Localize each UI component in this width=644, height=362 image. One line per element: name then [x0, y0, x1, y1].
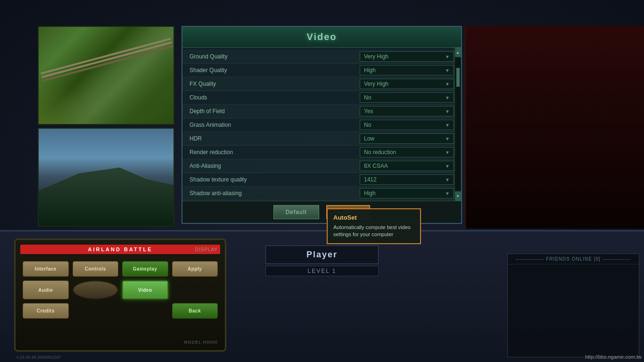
setting-dropdown[interactable]: Low▼: [360, 133, 454, 144]
video-settings-panel: Video Ground QualityVery High▼Shader Qua…: [182, 26, 462, 224]
dropdown-value: Very High: [364, 53, 388, 60]
dropdown-value: Yes: [364, 108, 373, 115]
gameplay-button[interactable]: Gameplay: [122, 261, 168, 277]
scrollbar-up-button[interactable]: ▲: [455, 48, 461, 57]
setting-label: HDR: [190, 135, 360, 142]
display-label: DISPLAY: [195, 247, 218, 252]
console-panel: AIRLAND BATTLE DISPLAY Interface Control…: [14, 239, 226, 352]
setting-row: Ground QualityVery High▼: [182, 50, 461, 64]
setting-row: Grass AnimationNo▼: [182, 118, 461, 132]
interface-button[interactable]: Interface: [23, 261, 69, 277]
chevron-down-icon: ▼: [445, 123, 450, 128]
setting-row: Depth of FieldYes▼: [182, 105, 461, 118]
setting-dropdown[interactable]: No reduction▼: [360, 147, 454, 157]
watermark: http://bbs.ngame.com.tw: [585, 354, 642, 360]
setting-dropdown[interactable]: Yes▼: [360, 106, 454, 116]
friends-header: -------------- FRIENDS ONLINE [0] ------…: [508, 254, 639, 264]
setting-row: Render reductionNo reduction▼: [182, 146, 461, 159]
chevron-down-icon: ▼: [445, 177, 450, 182]
apply-button[interactable]: Apply: [172, 261, 218, 277]
chevron-down-icon: ▼: [445, 68, 450, 73]
tooltip-title: AutoSet: [333, 214, 414, 221]
chevron-down-icon: ▼: [445, 95, 450, 100]
setting-row: CloudsNo▼: [182, 91, 461, 105]
empty-slot-3: [122, 303, 168, 319]
friends-panel: -------------- FRIENDS ONLINE [0] ------…: [507, 254, 639, 357]
setting-dropdown[interactable]: High▼: [360, 65, 454, 75]
setting-dropdown[interactable]: No▼: [360, 92, 454, 103]
setting-row: HDRLow▼: [182, 132, 461, 146]
setting-label: Ground Quality: [190, 53, 360, 60]
console-game-title: AIRLAND BATTLE: [25, 247, 215, 252]
scrollbar-track: [456, 58, 460, 190]
chevron-down-icon: ▼: [445, 164, 450, 169]
player-level: LEVEL 1: [265, 266, 379, 276]
setting-dropdown[interactable]: Very High▼: [360, 51, 454, 62]
chevron-down-icon: ▼: [445, 54, 450, 59]
dropdown-value: High: [364, 190, 376, 197]
setting-label: Grass Animation: [190, 122, 360, 128]
scrollbar-thumb: [456, 68, 460, 87]
console-model: MODEL H3000: [184, 340, 218, 345]
setting-label: FX Quality: [190, 81, 360, 87]
setting-row: Shadow anti-aliasingHigh▼: [182, 187, 461, 200]
bottom-console: AIRLAND BATTLE DISPLAY Interface Control…: [0, 230, 644, 362]
dropdown-value: Low: [364, 135, 374, 142]
chevron-down-icon: ▼: [445, 109, 450, 114]
dropdown-value: No: [364, 94, 371, 101]
setting-label: Anti-Aliasing: [190, 163, 360, 169]
setting-dropdown[interactable]: No▼: [360, 120, 454, 130]
console-title-bar: AIRLAND BATTLE: [20, 245, 220, 254]
scrollbar-down-button[interactable]: ▼: [455, 191, 461, 201]
video-button[interactable]: Video: [122, 280, 168, 299]
dropdown-value: No: [364, 122, 371, 128]
dropdown-value: High: [364, 67, 376, 74]
tooltip-text: Automatically compute best video setting…: [333, 224, 414, 239]
chevron-down-icon: ▼: [445, 136, 450, 141]
setting-row: Imposter texture quality2048x1024▼: [182, 200, 461, 201]
controls-button[interactable]: Controls: [73, 261, 119, 277]
setting-label: Render reduction: [190, 149, 360, 156]
setting-row: Shadow texture quality1412▼: [182, 173, 461, 187]
video-panel-header: Video: [182, 27, 461, 48]
setting-row: Shader QualityHigh▼: [182, 64, 461, 77]
default-button[interactable]: Default: [273, 205, 319, 219]
chevron-down-icon: ▼: [445, 82, 450, 87]
version-text: v.13.05.39.2060001247: [17, 355, 61, 360]
setting-dropdown[interactable]: 8X CSAA▼: [360, 161, 454, 171]
back-button[interactable]: Back: [172, 303, 218, 319]
autoset-tooltip: AutoSet Automatically compute best video…: [327, 208, 421, 244]
credits-button[interactable]: Credits: [23, 303, 69, 319]
knob-control[interactable]: [73, 280, 119, 299]
dropdown-value: No reduction: [364, 149, 396, 156]
player-name: Player: [306, 250, 338, 259]
setting-label: Clouds: [190, 94, 360, 101]
setting-label: Depth of Field: [190, 108, 360, 115]
dropdown-value: 1412: [364, 176, 377, 183]
setting-label: Shadow anti-aliasing: [190, 190, 360, 197]
empty-slot-1: [172, 280, 218, 299]
setting-dropdown[interactable]: 1412▼: [360, 174, 454, 185]
scrollbar[interactable]: ▲ ▼: [454, 48, 461, 201]
video-panel-title: Video: [306, 32, 337, 42]
setting-dropdown[interactable]: High▼: [360, 188, 454, 198]
player-section: Player LEVEL 1: [265, 246, 379, 276]
screenshot-aerial-bottom: [38, 128, 174, 227]
right-panel: [465, 26, 644, 229]
screenshot-aerial-top: [38, 26, 174, 125]
dropdown-value: Very High: [364, 81, 388, 87]
setting-row: FX QualityVery High▼: [182, 77, 461, 91]
chevron-down-icon: ▼: [445, 150, 450, 155]
setting-label: Shader Quality: [190, 67, 360, 74]
console-buttons-grid: Interface Controls Gameplay Apply Audio …: [20, 259, 220, 321]
chevron-down-icon: ▼: [445, 191, 450, 196]
setting-label: Shadow texture quality: [190, 176, 360, 183]
setting-dropdown[interactable]: Very High▼: [360, 79, 454, 89]
empty-slot-2: [73, 303, 119, 319]
dropdown-value: 8X CSAA: [364, 163, 388, 169]
left-panel: [38, 26, 174, 229]
setting-row: Anti-Aliasing8X CSAA▼: [182, 159, 461, 173]
audio-button[interactable]: Audio: [23, 280, 69, 299]
settings-list: Ground QualityVery High▼Shader QualityHi…: [182, 48, 461, 201]
player-name-bar: Player: [265, 246, 379, 264]
